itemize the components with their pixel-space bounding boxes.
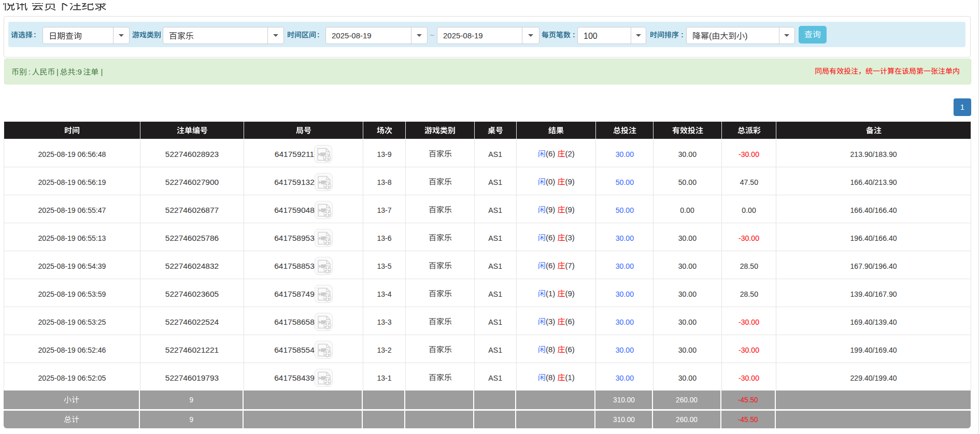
svg-text::: : bbox=[571, 31, 575, 39]
svg-text:(6): (6) bbox=[565, 345, 574, 354]
svg-text:(6): (6) bbox=[546, 149, 557, 158]
svg-text::: : bbox=[679, 31, 684, 39]
svg-text:(0): (0) bbox=[546, 177, 557, 186]
svg-text::: : bbox=[26, 67, 33, 76]
svg-text:(6): (6) bbox=[565, 317, 574, 326]
svg-text::: : bbox=[34, 31, 36, 39]
svg-text:(3): (3) bbox=[546, 317, 557, 326]
svg-text:(9): (9) bbox=[546, 205, 557, 214]
svg-text:2025-08-19: 2025-08-19 bbox=[443, 31, 483, 40]
svg-text:|: | bbox=[98, 67, 103, 76]
svg-text:(9): (9) bbox=[565, 177, 574, 186]
svg-text:(7): (7) bbox=[565, 261, 574, 270]
svg-text:(8): (8) bbox=[546, 345, 557, 354]
svg-text:(9): (9) bbox=[565, 205, 574, 214]
svg-text:(: ( bbox=[709, 32, 712, 40]
svg-text:(6): (6) bbox=[546, 233, 557, 242]
svg-text:): ) bbox=[745, 32, 747, 40]
svg-text:(2): (2) bbox=[565, 149, 574, 158]
svg-text:(6): (6) bbox=[546, 261, 557, 270]
svg-text:(3): (3) bbox=[565, 233, 574, 242]
svg-text::: : bbox=[317, 31, 320, 39]
svg-text:(8): (8) bbox=[546, 373, 557, 382]
svg-text:(1): (1) bbox=[546, 289, 557, 298]
svg-text::9: :9 bbox=[75, 67, 84, 76]
svg-text:(9): (9) bbox=[565, 289, 574, 298]
svg-text:2025-08-19: 2025-08-19 bbox=[332, 31, 372, 40]
svg-text:100: 100 bbox=[584, 32, 598, 40]
svg-text:|: | bbox=[54, 67, 60, 76]
svg-text:(1): (1) bbox=[565, 373, 574, 382]
